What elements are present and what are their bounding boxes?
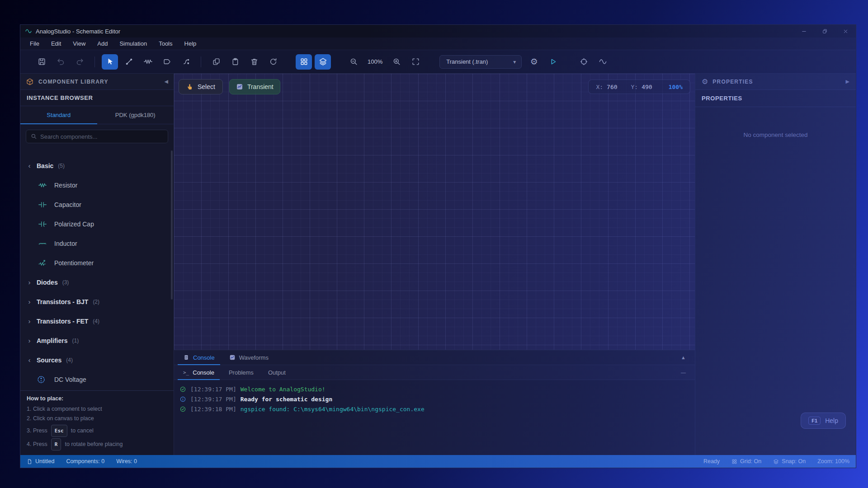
menu-view[interactable]: View [67,38,91,50]
zoom-out-button[interactable] [345,54,362,70]
menu-edit[interactable]: Edit [45,38,67,50]
how-to-place-panel: How to place: 1. Click a component to se… [20,390,174,455]
wire-tool-button[interactable] [121,54,137,70]
properties-title: PROPERTIES [712,79,753,85]
menu-file[interactable]: File [24,38,45,50]
tree-scrollbar[interactable] [171,150,173,300]
category-transistors-bjt[interactable]: › Transistors - BJT (2) [20,292,174,311]
subtab-problems[interactable]: Problems [222,365,261,380]
resistor-icon [144,57,152,66]
subtab-output[interactable]: Output [261,365,293,380]
window-controls [793,25,856,38]
tab-standard[interactable]: Standard [20,106,97,124]
minimize-button[interactable] [793,25,814,38]
subtab-console[interactable]: >_ Console [176,365,222,380]
waveform-button[interactable] [594,54,611,70]
zoom-in-button[interactable] [388,54,405,70]
category-basic[interactable]: ‹ Basic (5) [20,156,174,175]
category-count: (4) [93,318,99,324]
step-text: 3. Press [27,426,47,436]
file-name: Untitled [35,458,54,465]
search-box[interactable] [26,130,168,143]
search-icon [31,133,37,140]
select-tool-button[interactable] [102,54,118,70]
category-label: Basic [37,162,53,169]
tab-pdk[interactable]: PDK (gpdk180) [97,106,174,124]
collapse-console-button[interactable]: ▲ [674,355,693,360]
category-amplifiers[interactable]: › Amplifiers (1) [20,331,174,350]
component-potentiometer[interactable]: Potentiometer [20,253,174,272]
redo-button[interactable] [71,54,88,70]
delete-button[interactable] [246,54,262,70]
status-zoom: Zoom: 100% [817,458,849,465]
fit-view-button[interactable] [407,54,424,70]
zoom-level: 100% [363,58,387,65]
maximize-button[interactable] [814,25,835,38]
run-simulation-button[interactable] [545,54,561,70]
search-input[interactable] [40,133,163,140]
tab-waveforms[interactable]: Waveforms [222,350,276,365]
status-grid[interactable]: Grid: On [731,458,761,465]
component-capacitor[interactable]: Capacitor [20,195,174,214]
copy-button[interactable] [208,54,224,70]
gear-icon: ⚙ [530,56,538,67]
component-dc-voltage[interactable]: DC Voltage [20,370,174,389]
console-panel: Console Waveforms ▲ >_ Console Problems [174,350,695,455]
schematic-canvas[interactable]: Select Transient X: 760 Y: 490 100% [174,74,695,350]
howto-step-2: 2. Click on canvas to place [27,414,167,423]
help-button[interactable]: F1 Help [801,413,846,429]
main-area: COMPONENT LIBRARY ◀ INSTANCE BROWSER Sta… [20,74,856,455]
close-button[interactable] [835,25,856,38]
chart-icon [236,83,243,90]
undo-button[interactable] [52,54,69,70]
menu-simulation[interactable]: Simulation [113,38,153,50]
sim-settings-button[interactable]: ⚙ [526,54,542,70]
console-tab-bar: Console Waveforms ▲ [174,350,695,365]
x-label: X: [596,84,603,90]
component-inductor[interactable]: Inductor [20,234,174,253]
component-polarized-cap[interactable]: Polarized Cap [20,214,174,234]
net-tool-button[interactable] [178,54,194,70]
save-button[interactable] [33,54,50,70]
cursor-coordinates: X: 760 Y: 490 100% [588,80,690,94]
analysis-dropdown[interactable]: Transient (.tran) ▾ [439,55,522,69]
status-right-group: Ready Grid: On Snap: On Zoom: 100% [692,458,849,465]
component-resistor[interactable]: Resistor [20,175,174,195]
probe-target-button[interactable] [576,54,592,70]
category-diodes[interactable]: › Diodes (3) [20,272,174,292]
grid-toggle-button[interactable] [296,54,312,70]
menu-help[interactable]: Help [179,38,203,50]
minimize-console-button[interactable]: — [674,370,693,375]
howto-title: How to place: [27,395,167,402]
component-library-panel: COMPONENT LIBRARY ◀ INSTANCE BROWSER Sta… [20,74,174,455]
layers-icon [319,57,327,66]
menu-bar: File Edit View Add Simulation Tools Help [20,38,856,50]
console-page-icon [183,354,189,361]
refresh-icon [269,57,278,66]
paste-button[interactable] [227,54,243,70]
help-label: Help [825,417,838,424]
transient-mode-label: Transient [247,83,274,90]
status-snap[interactable]: Snap: On [773,458,806,465]
tab-console[interactable]: Console [176,350,222,365]
category-transistors-fet[interactable]: › Transistors - FET (4) [20,311,174,331]
resistor-tool-button[interactable] [140,54,156,70]
transient-mode-button[interactable]: Transient [229,79,280,94]
menu-tools[interactable]: Tools [153,38,178,50]
properties-panel: ⚙ PROPERTIES ▶ PROPERTIES No component s… [695,74,856,455]
refresh-button[interactable] [265,54,281,70]
label-tool-button[interactable] [159,54,175,70]
log-line: [12:39:18 PM] ngspice found: C:\msys64\m… [179,404,689,414]
play-icon [549,57,557,66]
category-sources[interactable]: ‹ Sources (4) [20,350,174,370]
log-timestamp: [12:39:18 PM] [190,406,236,413]
crosshair-icon [580,57,588,66]
close-icon [843,28,849,34]
snap-toggle-button[interactable] [315,54,331,70]
collapse-panel-icon[interactable]: ▶ [846,79,849,84]
select-mode-button[interactable]: Select [179,79,223,94]
menu-add[interactable]: Add [91,38,113,50]
undo-icon [57,57,65,66]
app-window: AnalogStudio - Schematic Editor File Edi… [20,24,856,468]
collapse-panel-icon[interactable]: ◀ [165,79,168,84]
